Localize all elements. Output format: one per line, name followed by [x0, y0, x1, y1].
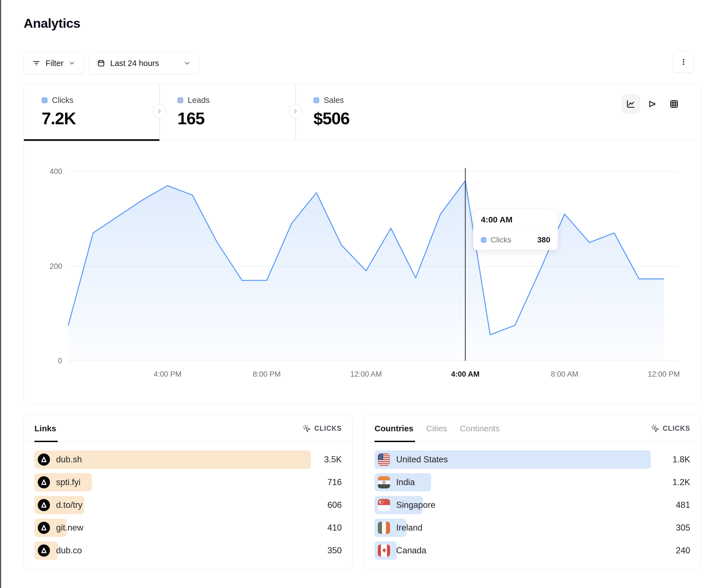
- dub-logo-icon: [38, 544, 50, 557]
- country-name: Singapore: [396, 500, 435, 510]
- tab-continents[interactable]: Continents: [460, 415, 499, 442]
- countries-rows: United States 1.8K India 1.2K Singapore …: [364, 442, 701, 560]
- stat-cards-row: Clicks 7.2K Leads 165 Sales $506: [24, 84, 701, 140]
- links-panel: Links CLICKS dub.sh 3.5K: [24, 415, 352, 570]
- page-title: Analytics: [24, 16, 80, 31]
- tab-countries[interactable]: Countries: [374, 415, 413, 442]
- dub-logo-icon: [38, 476, 50, 489]
- line-chart-mode-button[interactable]: [621, 95, 640, 113]
- country-clicks-value: 305: [676, 523, 690, 533]
- link-name: dub.sh: [56, 455, 82, 465]
- metric-label: CLICKS: [314, 424, 342, 432]
- stat-value: 7.2K: [42, 109, 159, 128]
- tab-cities[interactable]: Cities: [426, 415, 447, 442]
- table-mode-button[interactable]: [665, 95, 684, 113]
- tooltip-legend-swatch: [481, 237, 487, 243]
- window-edge-strip: [0, 0, 1, 588]
- table-grid-icon: [669, 99, 679, 109]
- country-row[interactable]: Singapore 481: [374, 496, 690, 514]
- tab-label: Links: [35, 424, 56, 433]
- tab-label: Cities: [426, 424, 447, 433]
- country-name: United States: [396, 455, 448, 465]
- india-flag-icon: [378, 476, 390, 489]
- sales-legend-swatch: [314, 97, 319, 103]
- country-name: India: [396, 477, 415, 487]
- chart-mode-toolbar: [621, 95, 684, 113]
- metric-label: CLICKS: [663, 424, 690, 432]
- tooltip-series-label: Clicks: [491, 235, 533, 244]
- stat-card-clicks[interactable]: Clicks 7.2K: [24, 84, 159, 140]
- country-row[interactable]: Canada 240: [374, 541, 690, 560]
- overflow-menu-button[interactable]: [673, 51, 694, 73]
- filter-button[interactable]: Filter: [24, 52, 84, 74]
- kebab-menu-icon: [680, 58, 688, 66]
- links-metric-header[interactable]: CLICKS: [303, 424, 342, 433]
- expand-sales-button[interactable]: [289, 105, 302, 118]
- tooltip-value: 380: [537, 235, 550, 244]
- tab-links[interactable]: Links: [35, 415, 56, 442]
- chevron-down-icon: [68, 60, 76, 67]
- dub-logo-icon: [38, 453, 50, 466]
- link-clicks-value: 350: [327, 546, 342, 556]
- x-axis-tick: 12:00 PM: [648, 370, 680, 378]
- links-rows: dub.sh 3.5K spti.fyi 716 d.to/try 606 gi…: [24, 442, 352, 560]
- singapore-flag-icon: [378, 499, 390, 511]
- y-axis-tick: 400: [50, 167, 62, 176]
- x-axis-tick: 4:00 AM: [451, 370, 480, 378]
- us-flag-icon: [378, 453, 390, 466]
- country-row[interactable]: United States 1.8K: [374, 450, 690, 469]
- dub-logo-icon: [38, 499, 50, 511]
- countries-metric-header[interactable]: CLICKS: [651, 424, 690, 433]
- mouse-click-icon: [651, 424, 659, 433]
- stat-value: 165: [177, 109, 295, 128]
- ireland-flag-icon: [378, 522, 390, 534]
- link-clicks-value: 606: [327, 500, 342, 510]
- y-axis-tick: 0: [58, 357, 62, 365]
- filter-icon: [32, 59, 41, 67]
- link-name: spti.fyi: [56, 477, 81, 487]
- funnel-chart-mode-button[interactable]: [643, 95, 662, 113]
- link-row[interactable]: dub.sh 3.5K: [35, 450, 342, 469]
- link-row[interactable]: git.new 410: [35, 519, 342, 537]
- y-axis-tick: 200: [50, 262, 62, 270]
- line-chart-icon: [626, 99, 636, 109]
- leads-legend-swatch: [177, 97, 183, 103]
- link-clicks-value: 410: [327, 523, 342, 533]
- country-row[interactable]: Ireland 305: [374, 519, 690, 537]
- chart-canvas[interactable]: 40020004:00 PM8:00 PM12:00 AM4:00 AM8:00…: [24, 140, 701, 403]
- link-name: dub.co: [56, 546, 82, 556]
- link-clicks-value: 3.5K: [324, 455, 342, 465]
- stat-value: $506: [314, 109, 431, 128]
- link-clicks-value: 716: [327, 477, 342, 487]
- country-clicks-value: 240: [676, 546, 690, 556]
- stat-label: Sales: [324, 96, 344, 105]
- filter-label: Filter: [45, 59, 63, 68]
- x-axis-tick: 4:00 PM: [153, 370, 181, 378]
- link-name: d.to/try: [56, 500, 83, 510]
- stat-card-sales[interactable]: Sales $506: [296, 84, 431, 140]
- link-name: git.new: [56, 523, 83, 533]
- mouse-click-icon: [303, 424, 311, 433]
- expand-leads-button[interactable]: [153, 105, 166, 118]
- clicks-area-chart[interactable]: 40020004:00 PM8:00 PM12:00 AM4:00 AM8:00…: [24, 140, 701, 403]
- date-range-button[interactable]: Last 24 hours: [89, 52, 199, 74]
- link-row[interactable]: d.to/try 606: [35, 496, 342, 514]
- links-panel-header: Links CLICKS: [24, 415, 352, 442]
- country-clicks-value: 1.8K: [672, 455, 690, 465]
- stat-card-leads[interactable]: Leads 165: [159, 84, 295, 140]
- link-row[interactable]: dub.co 350: [35, 541, 342, 560]
- country-clicks-value: 481: [676, 500, 690, 510]
- calendar-icon: [97, 59, 105, 67]
- countries-panel-header: Countries Cities Continents CLICKS: [364, 415, 701, 442]
- date-range-label: Last 24 hours: [110, 59, 159, 68]
- stat-label: Leads: [188, 96, 210, 105]
- analytics-card: Clicks 7.2K Leads 165 Sales $506: [24, 83, 701, 404]
- country-name: Canada: [396, 546, 427, 556]
- link-row[interactable]: spti.fyi 716: [35, 473, 342, 492]
- country-row[interactable]: India 1.2K: [374, 473, 690, 492]
- country-name: Ireland: [396, 523, 423, 533]
- canada-flag-icon: [378, 544, 390, 557]
- country-clicks-value: 1.2K: [672, 477, 690, 487]
- chevron-down-icon: [184, 60, 191, 67]
- tooltip-time: 4:00 AM: [473, 209, 558, 230]
